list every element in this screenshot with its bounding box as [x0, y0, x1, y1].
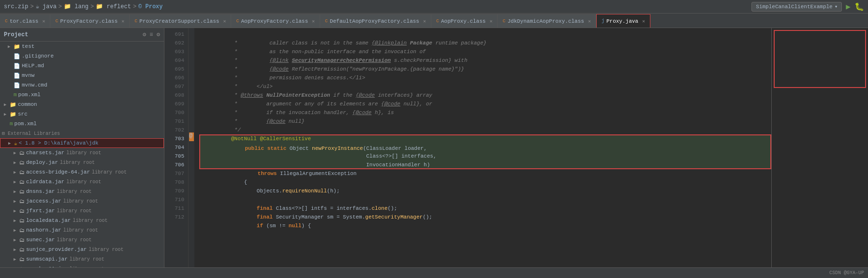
tab-proxy-java[interactable]: j Proxy.java ✕ [596, 14, 650, 28]
tab-icon-aopproxyfactory: c [236, 18, 239, 24]
sidebar-item-sunmscapi[interactable]: ▶ 🗂 sunmscapi.jar library root [0, 254, 164, 264]
sidebar-item-helpmd[interactable]: 📄 HELP.md [0, 61, 164, 71]
tab-label-aopproxyfactory: AopProxyFactory.class [241, 18, 308, 24]
sidebar-item-sunjce[interactable]: ▶ 🗂 sunjce_provider.jar library root [0, 245, 164, 254]
code-editor[interactable]: 691 692 693 694 695 696 697 698 699 700 … [164, 28, 771, 267]
code-area[interactable]: * caller class is not in the same {@link… [194, 28, 771, 267]
top-bar: src.zip > ☕ java > 📁 lang > 📁 reflect > … [0, 0, 868, 14]
sidebar-item-pomxml-root[interactable]: m pom.xml [0, 90, 164, 100]
tab-close-aopproxyfactory[interactable]: ✕ [312, 18, 315, 24]
tab-proxycreator[interactable]: c ProxyCreatorSupport.class ✕ [130, 14, 231, 28]
sidebar-item-cldrdata[interactable]: ▶ 🗂 cldrdata.jar library root [0, 177, 164, 187]
sidebar-item-jaccess[interactable]: ▶ 🗂 jaccess.jar library root [0, 196, 164, 206]
sidebar-item-pomxml[interactable]: m pom.xml [0, 119, 164, 129]
sidebar-item-sunpkcs[interactable]: ▶ 🗂 sunpkcs11.jar library root [0, 264, 164, 267]
tab-proxyfactory[interactable]: c ProxyFactory.class ✕ [50, 14, 130, 28]
main-content: Project ⚙ ≡ ⚙ ▶ 📁 test 📄 .gitignore 📄 HE… [0, 28, 868, 267]
code-line-697: * @throws NullPointerException if the {@… [199, 82, 771, 91]
line-marker-703: @ [189, 132, 194, 141]
sidebar-item-src[interactable]: ▶ 📁 src [0, 109, 164, 119]
sidebar-hint-deploy: library root [60, 160, 95, 165]
tab-tor-class[interactable]: c tor.class ✕ [0, 14, 50, 28]
debug-button[interactable]: 🐛 [854, 2, 864, 12]
sidebar-label-deploy: deploy.jar [26, 160, 58, 165]
breadcrumb-proxy: © Proxy [138, 3, 162, 10]
tab-icon-jdkdynamic: c [502, 18, 505, 24]
sidebar-item-dnsns[interactable]: ▶ 🗂 dnsns.jar library root [0, 187, 164, 196]
tab-close-proxyfactory[interactable]: ✕ [121, 18, 124, 24]
tab-label-tor: tor.class [10, 18, 38, 24]
tab-close-jdkdynamic[interactable]: ✕ [588, 18, 591, 24]
line-num-699: 699 [164, 100, 188, 108]
run-config-dropdown[interactable]: SimpleCanalClientExample ▾ [751, 2, 842, 12]
sidebar-hint-sunjce: library root [88, 247, 123, 252]
tab-close-tor[interactable]: ✕ [42, 18, 45, 24]
file-icon-mvnw: 📄 [14, 73, 20, 79]
line-num-702: 702 [164, 126, 188, 134]
arrow-icon-cldrdata: ▶ [14, 179, 18, 185]
line-num-697: 697 [164, 82, 188, 91]
sidebar-label-pomxml: pom.xml [15, 121, 37, 127]
sidebar-hint-sunmscapi: library root [70, 257, 104, 262]
tab-aopproxy[interactable]: c AopProxy.class ✕ [431, 14, 498, 28]
arrow-icon-jfxrt: ▶ [14, 208, 18, 214]
tab-icon-aopproxy: c [436, 18, 439, 24]
line-num-695: 695 [164, 65, 188, 73]
line-num-707: 707 [164, 169, 188, 178]
sidebar[interactable]: Project ⚙ ≡ ⚙ ▶ 📁 test 📄 .gitignore 📄 HE… [0, 28, 164, 267]
tab-close-proxy-java[interactable]: ✕ [642, 18, 645, 24]
jar-icon-charsets: 🗂 [19, 150, 25, 156]
sidebar-label-common: common [18, 102, 37, 107]
sidebar-item-gitignore[interactable]: 📄 .gitignore [0, 51, 164, 61]
tab-jdkdynamic[interactable]: c JdkDynamicAopProxy.class ✕ [498, 14, 596, 28]
line-num-711: 711 [164, 204, 188, 213]
jar-icon-jaccess: 🗂 [19, 198, 25, 205]
sidebar-item-deploy[interactable]: ▶ 🗂 deploy.jar library root [0, 158, 164, 167]
sidebar-hint-cldrdata: library root [66, 179, 101, 185]
breadcrumb-reflect: 📁 reflect [96, 3, 131, 10]
sidebar-hint-access-bridge: library root [92, 170, 127, 175]
arrow-icon-nashorn: ▶ [14, 228, 18, 233]
sidebar-icons: ⚙ ≡ ⚙ [143, 31, 160, 38]
code-line-708: Objects.requireNonNull(h); [199, 178, 771, 187]
line-num-706: 706 [164, 161, 188, 169]
sidebar-item-jdk[interactable]: ▶ ☕ < 1.8 > D:\kaifa\java\jdk [0, 138, 164, 148]
tab-aopproxyfactory[interactable]: c AopProxyFactory.class ✕ [231, 14, 320, 28]
sidebar-item-sunec[interactable]: ▶ 🗂 sunec.jar library root [0, 235, 164, 245]
line-num-703: 703 [164, 134, 188, 143]
line-num-704: 704 [164, 143, 188, 152]
marker-bar: @ [189, 28, 194, 267]
sidebar-label-localedata: localedata.jar [26, 218, 71, 223]
jar-icon-deploy: 🗂 [19, 160, 25, 166]
sidebar-item-test[interactable]: ▶ 📁 test [0, 42, 164, 51]
line-num-710: 710 [164, 195, 188, 204]
sidebar-item-jfxrt[interactable]: ▶ 🗂 jfxrt.jar library root [0, 206, 164, 216]
sidebar-label-access-bridge: access-bridge-64.jar [26, 169, 90, 175]
sidebar-item-nashorn[interactable]: ▶ 🗂 nashorn.jar library root [0, 225, 164, 235]
tab-defaultaop[interactable]: c DefaultAopProxyFactory.class ✕ [320, 14, 431, 28]
tab-label-defaultaop: DefaultAopProxyFactory.class [330, 18, 419, 24]
sidebar-item-access-bridge[interactable]: ▶ 🗂 access-bridge-64.jar library root [0, 167, 164, 177]
line-num-709: 709 [164, 187, 188, 195]
tab-close-aopproxy[interactable]: ✕ [489, 18, 492, 24]
status-right: CSDN @GYA-UP [829, 270, 864, 276]
sidebar-item-charsets[interactable]: ▶ 🗂 charsets.jar library root [0, 148, 164, 158]
sidebar-hint-sunec: library root [57, 237, 91, 243]
sidebar-label-jdk: < 1.8 > D:\kaifa\java\jdk [19, 140, 99, 146]
arrow-icon-access-bridge: ▶ [14, 170, 18, 175]
sidebar-item-mvnw[interactable]: 📄 mvnw [0, 71, 164, 80]
tab-close-defaultaop[interactable]: ✕ [423, 18, 426, 24]
jdk-icon: ☕ [14, 140, 17, 146]
sidebar-item-localedata[interactable]: ▶ 🗂 localedata.jar library root [0, 216, 164, 225]
arrow-icon-dnsns: ▶ [14, 189, 18, 194]
tab-label-aopproxy: AopProxy.class [441, 18, 485, 24]
run-button[interactable]: ▶ [846, 2, 851, 12]
line-num-691: 691 [164, 30, 188, 39]
sidebar-hint-jaccess: library root [63, 199, 98, 204]
breadcrumb-src: src.zip [4, 3, 28, 10]
sidebar-item-common[interactable]: ▶ 📁 common [0, 100, 164, 109]
line-num-701: 701 [164, 117, 188, 126]
arrow-icon-common: ▶ [4, 102, 9, 107]
tab-close-proxycreator[interactable]: ✕ [223, 18, 226, 24]
sidebar-item-mvnwcmd[interactable]: 📄 mvnw.cmd [0, 80, 164, 90]
